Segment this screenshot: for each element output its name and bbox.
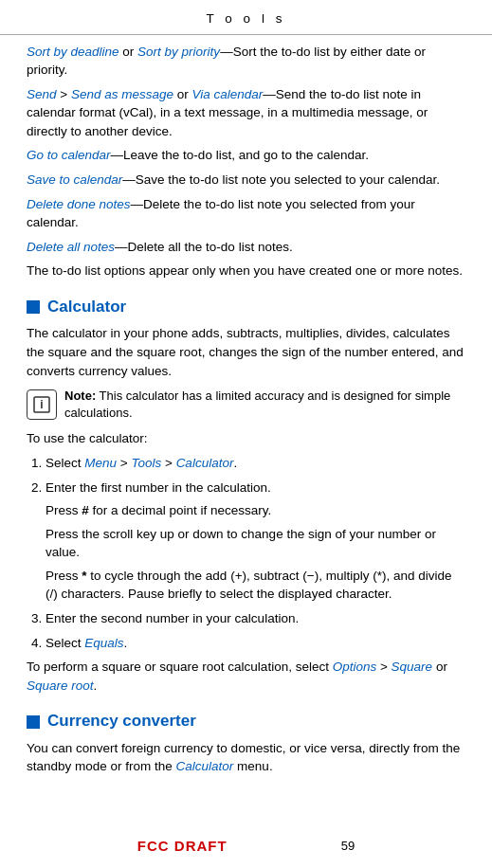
calculator-square-icon (27, 300, 40, 314)
perform-paragraph: To perform a square or square root calcu… (27, 658, 465, 695)
delete-done-link[interactable]: Delete done notes (27, 197, 131, 211)
calculator-link-step[interactable]: Calculator (176, 456, 234, 470)
save-to-calendar-paragraph: Save to calendar—Save the to-do list not… (27, 171, 465, 190)
page-title: T o o l s (0, 0, 492, 35)
note-svg-icon: i (32, 395, 51, 414)
sort-priority-link[interactable]: Sort by priority (137, 45, 220, 59)
equals-link[interactable]: Equals (84, 636, 123, 650)
step-3: Enter the second number in your calculat… (46, 609, 465, 628)
todo-note: The to-do list options appear only when … (27, 262, 465, 280)
step-2: Enter the first number in the calculatio… (46, 479, 465, 604)
currency-desc: You can convert foreign currency to dome… (27, 739, 465, 776)
calculator-heading: Calculator (27, 296, 465, 319)
note-body: This calculator has a limited accuracy a… (64, 389, 450, 420)
footer: FCC DRAFT 59 (0, 836, 492, 857)
page-number: 59 (341, 838, 355, 856)
steps-list: Select Menu > Tools > Calculator. Enter … (27, 454, 465, 652)
step-2-sub1: Press # for a decimal point if necessary… (46, 501, 465, 520)
step-2-sub2: Press the scroll key up or down to chang… (46, 525, 465, 562)
save-to-calendar-link[interactable]: Save to calendar (27, 172, 122, 187)
sort-deadline-link[interactable]: Sort by deadline (27, 45, 119, 59)
note-box: i Note: This calculator has a limited ac… (27, 388, 465, 422)
send-paragraph: Send > Send as message or Via calendar—S… (27, 85, 465, 141)
square-link[interactable]: Square (392, 660, 433, 674)
options-link[interactable]: Options (333, 660, 377, 674)
delete-all-paragraph: Delete all notes—Delete all the to-do li… (27, 238, 465, 257)
fcc-draft-label: FCC DRAFT (137, 836, 228, 857)
calculator-heading-text: Calculator (47, 296, 126, 319)
go-to-calendar-paragraph: Go to calendar—Leave the to-do list, and… (27, 146, 465, 165)
currency-heading-text: Currency converter (47, 710, 196, 733)
go-to-calendar-link[interactable]: Go to calendar (27, 148, 111, 162)
currency-square-icon (27, 715, 40, 729)
step-2-sub3: Press * to cycle through the add (+), su… (46, 567, 465, 604)
to-use-label: To use the calculator: (27, 429, 465, 448)
currency-converter-heading: Currency converter (27, 710, 465, 733)
or1-text: or (119, 45, 138, 59)
sort-paragraph: Sort by deadline or Sort by priority—Sor… (27, 43, 465, 80)
tools-link[interactable]: Tools (131, 456, 161, 470)
calculator-desc: The calculator in your phone adds, subtr… (27, 324, 465, 380)
note-icon: i (27, 389, 57, 420)
note-label: Note: (64, 389, 96, 403)
svg-text:i: i (40, 398, 43, 411)
main-content: Sort by deadline or Sort by priority—Sor… (0, 43, 492, 839)
delete-done-paragraph: Delete done notes—Delete the to-do list … (27, 195, 465, 232)
calculator-menu-link[interactable]: Calculator (176, 759, 234, 773)
note-text: Note: This calculator has a limited accu… (64, 388, 465, 422)
step-1: Select Menu > Tools > Calculator. (46, 454, 465, 473)
send-message-link[interactable]: Send as message (71, 87, 173, 101)
via-calendar-link[interactable]: Via calendar (192, 87, 264, 101)
send-link[interactable]: Send (27, 87, 57, 101)
step-4: Select Equals. (46, 634, 465, 653)
delete-all-link[interactable]: Delete all notes (27, 240, 115, 254)
menu-link[interactable]: Menu (84, 456, 117, 470)
square-root-link[interactable]: Square root (27, 678, 94, 693)
